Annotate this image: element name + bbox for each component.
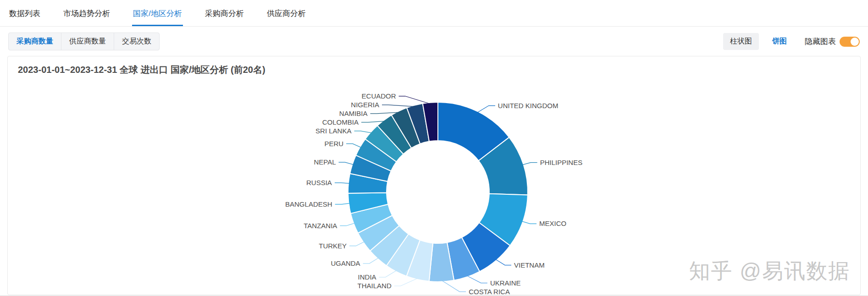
pie-label-line [340, 223, 355, 226]
pie-label: RUSSIA [306, 179, 332, 186]
metric-button-buyer-count[interactable]: 采购商数量 [9, 33, 61, 50]
metric-button-transaction-count[interactable]: 交易次数 [114, 33, 159, 50]
pie-label-line [521, 221, 536, 224]
pie-label: PHILIPPINES [540, 159, 583, 166]
hide-chart-label: 隐藏图表 [805, 36, 836, 47]
hide-chart-control: 隐藏图表 [805, 36, 860, 47]
chart-type-bar-button[interactable]: 柱状图 [723, 33, 759, 50]
pie-label-line [442, 280, 466, 292]
pie-label: SRI LANKA [315, 127, 351, 135]
pie-label: VIETNAM [514, 261, 545, 269]
pie-label: NEPAL [314, 158, 336, 166]
pie-label-line [394, 278, 418, 286]
pie-label: MEXICO [539, 219, 566, 227]
pie-label-line [522, 163, 537, 165]
pie-label-line [477, 106, 495, 113]
pie-label-line [335, 183, 350, 184]
chart-title: 2023-01-01~2023-12-31 全球 进出口 国家/地区分析 (前2… [18, 64, 265, 76]
pie-label: UGANDA [331, 259, 360, 267]
pie-label-line [354, 131, 372, 133]
pie-label: NAMIBIA [339, 110, 368, 117]
pie-label: ECUADOR [362, 92, 396, 100]
pie-label-line [379, 270, 397, 277]
tab-country-region-analysis[interactable]: 国家/地区分析 [132, 7, 183, 26]
toggle-knob-icon [851, 38, 859, 46]
pie-label-line [339, 162, 354, 164]
pie-label: INDIA [358, 273, 376, 281]
pie-label-line [495, 259, 511, 265]
analytics-page: { "tabs": { "items": [ {"label": "数据列表",… [0, 0, 868, 296]
tab-supplier-analysis[interactable]: 供应商分析 [266, 7, 307, 26]
main-tab-bar: 数据列表 市场趋势分析 国家/地区分析 采购商分析 供应商分析 [0, 0, 868, 27]
tab-data-list[interactable]: 数据列表 [8, 7, 41, 26]
tab-market-trend-analysis[interactable]: 市场趋势分析 [62, 7, 111, 26]
pie-label: UNITED KINGDOM [498, 102, 558, 110]
pie-label: UKRAINE [490, 279, 521, 287]
pie-label-line [349, 241, 365, 246]
pie-label-line [335, 203, 350, 204]
pie-label: THAILAND [358, 282, 392, 290]
pie-label-line [382, 105, 415, 107]
pie-label: PERU [324, 140, 343, 148]
watermark: 知乎 @易讯数据 [689, 257, 850, 285]
pie-label-line [363, 258, 379, 264]
pie-label: TURKEY [319, 242, 347, 250]
pie-label-line [467, 276, 487, 283]
chart-toolbar: 采购商数量 供应商数量 交易次数 柱状图 饼图 隐藏图表 [0, 27, 868, 56]
pie-label: NIGERIA [351, 101, 379, 109]
chart-type-tools: 柱状图 饼图 隐藏图表 [723, 33, 860, 50]
metric-segmented-control: 采购商数量 供应商数量 交易次数 [8, 33, 160, 50]
pie-label: TANZANIA [304, 222, 337, 230]
chart-type-pie-button[interactable]: 饼图 [765, 33, 794, 50]
pie-label: COLOMBIA [322, 118, 359, 126]
hide-chart-toggle[interactable] [840, 37, 860, 47]
chart-card: 2023-01-01~2023-12-31 全球 进出口 国家/地区分析 (前2… [7, 56, 861, 295]
pie-label: BANGLADESH [285, 200, 332, 208]
pie-label-line [346, 144, 361, 148]
metric-button-supplier-count[interactable]: 供应商数量 [61, 33, 114, 50]
tab-buyer-analysis[interactable]: 采购商分析 [204, 7, 245, 26]
pie-label: COSTA RICA [469, 288, 510, 295]
